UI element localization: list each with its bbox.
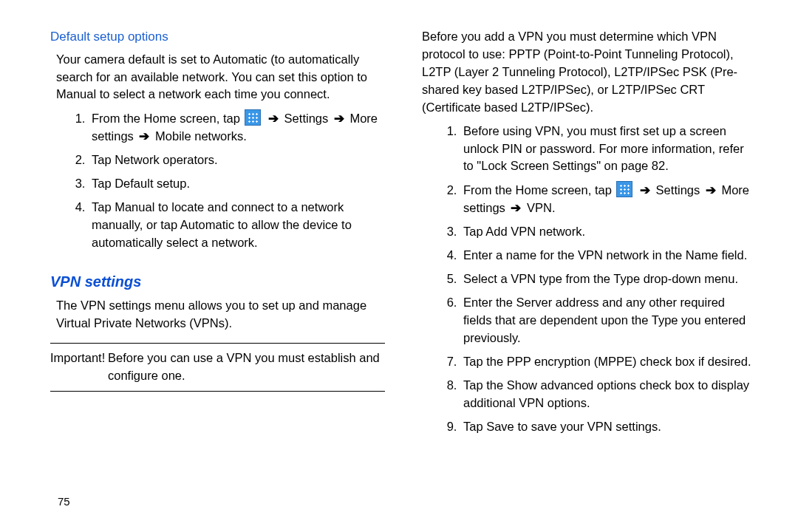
important-text: Before you can use a VPN you must establ…: [108, 349, 385, 385]
arrow-icon: ➔: [268, 112, 279, 125]
step-text: From the Home screen, tap: [463, 183, 615, 197]
step-1: From the Home screen, tap ➔ Settings ➔ M…: [89, 109, 385, 146]
step-text: Settings: [284, 112, 329, 125]
vpn-intro-paragraph: The VPN settings menu allows you to set …: [56, 297, 385, 332]
step-text: Settings: [656, 183, 700, 197]
step-text: on page 82.: [604, 159, 669, 172]
cross-reference: "Lock Screen Settings": [477, 159, 601, 172]
step-text: Mobile networks.: [155, 129, 247, 143]
arrow-icon: ➔: [139, 129, 149, 143]
step-text: VPN.: [527, 201, 556, 214]
arrow-icon: ➔: [706, 183, 716, 197]
divider: [50, 343, 385, 344]
manual-page: Default setup options Your camera defaul…: [0, 0, 798, 532]
left-column: Default setup options Your camera defaul…: [50, 28, 385, 441]
arrow-icon: ➔: [511, 201, 521, 214]
vpn-steps: Before using VPN, you must first set up …: [422, 123, 757, 436]
vpn-protocol-paragraph: Before you add a VPN you must determine …: [422, 28, 757, 117]
default-setup-steps: From the Home screen, tap ➔ Settings ➔ M…: [50, 109, 385, 251]
step-9: Tap Save to save your VPN settings.: [460, 418, 757, 436]
step-5: Select a VPN type from the Type drop-dow…: [460, 270, 757, 288]
step-3: Tap Add VPN network.: [460, 223, 757, 241]
step-8: Tap the Show advanced options check box …: [460, 377, 757, 412]
divider: [50, 391, 385, 392]
intro-paragraph: Your camera default is set to Automatic …: [56, 51, 385, 104]
page-number: 75: [58, 494, 70, 510]
right-column: Before you add a VPN you must determine …: [422, 28, 757, 441]
step-4: Enter a name for the VPN network in the …: [460, 247, 757, 265]
step-3: Tap Default setup.: [89, 175, 385, 193]
important-label: Important!: [50, 349, 108, 367]
arrow-icon: ➔: [640, 183, 650, 197]
step-4: Tap Manual to locate and connect to a ne…: [89, 199, 385, 252]
section-vpn-settings: VPN settings: [50, 271, 385, 293]
two-column-layout: Default setup options Your camera defaul…: [50, 28, 757, 441]
step-6: Enter the Server address and any other r…: [460, 294, 757, 347]
arrow-icon: ➔: [334, 112, 344, 125]
step-2: From the Home screen, tap ➔ Settings ➔ M…: [460, 181, 757, 217]
step-7: Tap the PPP encryption (MPPE) check box …: [460, 353, 757, 371]
step-1: Before using VPN, you must first set up …: [460, 123, 757, 176]
step-text: From the Home screen, tap: [92, 112, 243, 125]
subheading-default-setup: Default setup options: [50, 28, 385, 47]
apps-grid-icon: [245, 109, 261, 126]
important-callout: Important! Before you can use a VPN you …: [50, 343, 385, 392]
apps-grid-icon: [616, 181, 632, 197]
step-2: Tap Network operators.: [89, 151, 385, 169]
